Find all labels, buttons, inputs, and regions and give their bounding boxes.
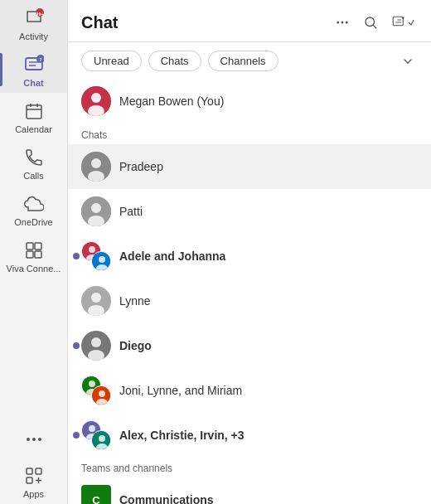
list-item[interactable]: C Communications xyxy=(68,477,431,504)
svg-line-27 xyxy=(373,25,375,27)
filter-tab-unread[interactable]: Unread xyxy=(81,51,142,71)
unread-indicator xyxy=(73,253,80,259)
chat-name: Joni, Lynne, and Miriam xyxy=(119,384,242,397)
list-item[interactable]: Joni, Lynne, and Miriam xyxy=(68,368,431,413)
svg-point-35 xyxy=(91,158,101,168)
sidebar-item-chat-label: Chat xyxy=(23,78,43,88)
svg-text:99+: 99+ xyxy=(36,12,43,17)
list-item[interactable]: Alex, Christie, Irvin, +3 xyxy=(68,413,431,458)
chat-name: Alex, Christie, Irvin, +3 xyxy=(119,429,245,442)
avatar xyxy=(81,286,111,316)
filter-tab-channels[interactable]: Channels xyxy=(208,51,278,71)
chat-header: Chat xyxy=(68,0,431,42)
filter-bar: Unread Chats Channels xyxy=(68,42,431,78)
you-avatar xyxy=(81,86,111,116)
sidebar-item-apps-label: Apps xyxy=(23,489,44,499)
main-panel: Chat Unread Chats Channels xyxy=(68,0,431,504)
svg-point-47 xyxy=(91,293,101,303)
viva-connections-icon xyxy=(22,239,46,262)
svg-point-53 xyxy=(89,380,95,387)
chat-name: Pradeep xyxy=(119,160,163,173)
svg-rect-19 xyxy=(36,468,41,474)
list-item[interactable]: Pradeep xyxy=(68,144,431,189)
chat-icon: 7 xyxy=(22,53,46,76)
svg-rect-7 xyxy=(27,105,41,119)
sidebar-item-vivaconn-label: Viva Conne... xyxy=(7,264,61,274)
page-title: Chat xyxy=(81,13,332,32)
svg-point-50 xyxy=(91,337,101,347)
svg-rect-18 xyxy=(27,468,32,474)
svg-point-16 xyxy=(32,438,36,441)
svg-point-38 xyxy=(91,203,101,213)
sidebar-item-activity-label: Activity xyxy=(19,32,48,41)
svg-point-23 xyxy=(337,22,339,24)
avatar: C xyxy=(81,485,111,504)
svg-point-59 xyxy=(89,425,95,432)
sidebar-item-calls[interactable]: Calls xyxy=(0,139,67,186)
avatar-group xyxy=(81,376,111,405)
svg-point-41 xyxy=(89,246,95,253)
sidebar-item-onedrive[interactable]: OneDrive xyxy=(0,186,67,232)
sidebar-item-chat[interactable]: 7 Chat xyxy=(0,46,67,93)
you-row[interactable]: Megan Bowen (You) xyxy=(68,78,431,124)
header-actions xyxy=(332,12,418,33)
svg-point-25 xyxy=(346,22,348,24)
onedrive-icon xyxy=(22,192,46,216)
svg-rect-11 xyxy=(27,243,33,250)
svg-point-24 xyxy=(341,22,344,24)
sidebar-item-calendar-label: Calendar xyxy=(15,124,52,134)
svg-rect-28 xyxy=(393,17,403,26)
avatar-group xyxy=(81,420,111,450)
you-name: Megan Bowen (You) xyxy=(119,94,224,108)
chat-name: Lynne xyxy=(119,294,151,308)
chat-name: Adele and Johanna xyxy=(119,250,225,263)
more-icon xyxy=(22,428,46,451)
sidebar-item-calls-label: Calls xyxy=(23,171,43,181)
list-item[interactable]: Patti xyxy=(68,189,431,234)
unread-indicator xyxy=(73,342,80,349)
list-item[interactable]: Adele and Johanna xyxy=(68,234,431,279)
activity-icon: 99+ xyxy=(22,7,46,30)
svg-point-56 xyxy=(99,390,105,397)
chat-list: Megan Bowen (You) Chats Pradeep Patti xyxy=(68,78,431,504)
more-options-button[interactable] xyxy=(332,12,353,33)
filter-tab-chats[interactable]: Chats xyxy=(148,51,201,71)
svg-point-62 xyxy=(99,435,105,442)
sidebar-item-calendar[interactable]: Calendar xyxy=(0,93,67,139)
filter-expand-button[interactable] xyxy=(398,51,418,71)
chats-section-label: Chats xyxy=(68,124,431,144)
sidebar-item-vivaconn[interactable]: Viva Conne... xyxy=(0,232,67,279)
svg-text:7: 7 xyxy=(39,57,41,62)
svg-point-32 xyxy=(91,93,101,103)
calendar-icon xyxy=(22,99,46,123)
avatar-group xyxy=(81,241,111,271)
search-button[interactable] xyxy=(360,12,381,33)
sidebar: 99+ Activity 7 Chat Calendar xyxy=(0,0,68,504)
svg-rect-13 xyxy=(27,251,33,258)
chat-name: Diego xyxy=(119,339,152,352)
avatar xyxy=(81,152,111,182)
sidebar-item-onedrive-label: OneDrive xyxy=(14,217,52,227)
sidebar-item-more[interactable] xyxy=(0,421,67,458)
unread-indicator xyxy=(73,432,80,439)
apps-icon xyxy=(22,464,46,487)
chat-name: Patti xyxy=(119,205,143,218)
avatar xyxy=(81,331,111,361)
svg-rect-20 xyxy=(27,477,32,483)
list-item[interactable]: Diego xyxy=(68,323,431,368)
teams-section-label: Teams and channels xyxy=(68,458,431,477)
svg-rect-12 xyxy=(35,243,41,250)
compose-button[interactable] xyxy=(388,12,418,33)
svg-point-17 xyxy=(38,438,41,441)
svg-point-15 xyxy=(27,438,30,441)
avatar xyxy=(81,196,111,226)
list-item[interactable]: Lynne xyxy=(68,279,431,323)
chat-name: Communications xyxy=(119,493,214,504)
sidebar-item-apps[interactable]: Apps xyxy=(0,458,67,504)
calls-icon xyxy=(22,146,46,169)
svg-point-44 xyxy=(99,256,105,263)
svg-rect-14 xyxy=(35,251,41,258)
sidebar-item-activity[interactable]: 99+ Activity xyxy=(0,0,67,46)
